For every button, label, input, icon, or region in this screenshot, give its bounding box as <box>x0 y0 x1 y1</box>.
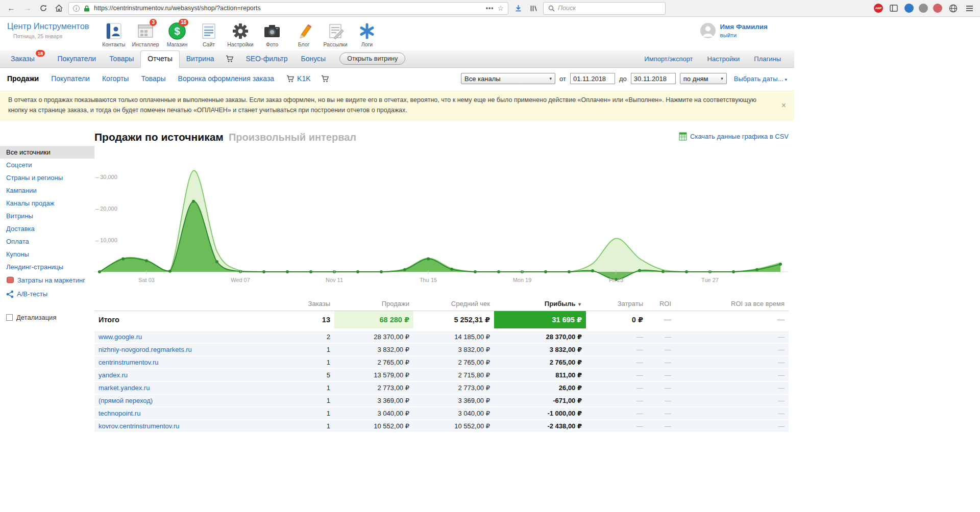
choose-dates-link[interactable]: Выбрать даты...▾ <box>734 75 787 83</box>
download-icon[interactable] <box>512 3 524 14</box>
date-to-input[interactable] <box>631 73 676 84</box>
app-mail[interactable]: Рассылки <box>320 21 351 47</box>
cell-sales: 3 369,00 ₽ <box>334 394 413 407</box>
date-from-input[interactable] <box>570 73 615 84</box>
library-icon[interactable] <box>528 3 539 14</box>
app-launcher: Контакты3Инсталлер$18МагазинСайтНастройк… <box>98 21 383 47</box>
nav-tab-3[interactable]: Отчеты <box>140 50 179 68</box>
app-photo[interactable]: Фото <box>256 21 288 47</box>
menu-icon[interactable] <box>964 3 975 14</box>
cell-roi-total: — <box>675 356 789 369</box>
app-blog[interactable]: Блог <box>288 21 320 47</box>
app-site[interactable]: Сайт <box>193 21 225 47</box>
extension-blue-icon[interactable] <box>904 4 914 13</box>
browser-chrome: ← → i https://centrinstrumentov.ru/webas… <box>0 0 980 17</box>
app-shop[interactable]: $18Магазин <box>161 21 193 47</box>
checkbox-icon[interactable] <box>6 314 13 321</box>
subnav-item-0[interactable]: Продажи <box>7 74 39 83</box>
subnav-item-2[interactable]: Когорты <box>102 74 129 83</box>
sidebar-item[interactable]: Витрины <box>0 210 94 222</box>
nav-tab-0[interactable]: Заказы18 <box>4 50 51 67</box>
sidebar-panel-icon[interactable] <box>888 3 899 14</box>
storefront-link-k1k[interactable]: K1K <box>286 74 310 83</box>
cell-avg-check: 3 832,00 ₽ <box>413 343 494 356</box>
subnav-item-4[interactable]: Воронка оформления заказа <box>178 74 275 83</box>
back-button[interactable]: ← <box>5 2 17 14</box>
col-avg-check[interactable]: Средний чек <box>413 297 494 311</box>
col-profit[interactable]: Прибыль ▼ <box>494 297 586 311</box>
sidebar-item[interactable]: Оплата <box>0 235 94 248</box>
subnav-item-1[interactable]: Покупатели <box>51 74 90 83</box>
app-installer[interactable]: 3Инсталлер <box>130 21 161 47</box>
sidebar-item[interactable]: Каналы продаж <box>0 197 94 210</box>
open-storefront-button[interactable]: Открыть витрину <box>339 53 405 65</box>
nav-link-0[interactable]: Импорт/экспорт <box>644 55 693 63</box>
table-row: yandex.ru 5 13 579,00 ₽ 2 715,80 ₽ 811,0… <box>94 369 789 381</box>
nav-link-2[interactable]: Плагины <box>754 55 781 63</box>
sidebar-item-ab-tests[interactable]: A/B-тесты <box>0 287 94 301</box>
app-settings[interactable]: Настройки <box>225 21 256 47</box>
app-contacts[interactable]: Контакты <box>98 21 130 47</box>
col-roi-total[interactable]: ROI за все время <box>675 297 789 311</box>
nav-link-1[interactable]: Настройки <box>707 55 740 63</box>
col-roi[interactable]: ROI <box>647 297 675 311</box>
home-icon[interactable] <box>53 3 64 14</box>
grouping-select[interactable]: по дням ▾ <box>680 73 727 84</box>
sidebar-item-marketing-costs[interactable]: Затраты на маркетинг <box>0 273 94 287</box>
close-icon[interactable]: × <box>781 99 786 112</box>
page-actions-icon[interactable]: ••• <box>486 5 494 12</box>
col-orders[interactable]: Заказы <box>288 297 334 311</box>
nav-tab-2[interactable]: Товары <box>103 51 140 67</box>
csv-download-link[interactable]: Скачать данные графика в CSV <box>679 132 789 141</box>
sidebar-item[interactable]: Кампании <box>0 184 94 197</box>
nav-tab-1[interactable]: Покупатели <box>51 51 103 67</box>
totals-row: Итого 13 68 280 ₽ 5 252,31 ₽ 31 695 ₽ 0 … <box>94 311 789 329</box>
source-link[interactable]: nizhniy-novgorod.regmarkets.ru <box>99 346 192 353</box>
logout-link[interactable]: выйти <box>720 32 768 38</box>
extension-gray-icon[interactable] <box>919 4 928 13</box>
sidebar-item[interactable]: Все источники <box>0 146 94 159</box>
table-row: nizhniy-novgorod.regmarkets.ru 1 3 832,0… <box>94 343 789 356</box>
app-logs[interactable]: Логи <box>351 21 383 47</box>
blog-app-icon <box>288 21 320 41</box>
forward-button[interactable]: → <box>21 2 34 14</box>
channels-select[interactable]: Все каналы ▾ <box>461 73 555 84</box>
app-header: Центр Инструментов Пятница, 25 января Ко… <box>0 17 794 50</box>
subnav-item-3[interactable]: Товары <box>141 74 165 83</box>
storefront-cart-icon[interactable] <box>220 52 239 67</box>
reload-icon[interactable] <box>38 3 49 14</box>
source-link[interactable]: yandex.ru <box>99 371 128 379</box>
detail-checkbox[interactable]: Детализация <box>6 314 88 321</box>
cart-icon[interactable] <box>321 75 329 83</box>
sidebar-item[interactable]: Лендинг-страницы <box>0 261 94 273</box>
lock-icon <box>83 3 90 14</box>
app-label: Рассылки <box>320 41 351 47</box>
col-costs[interactable]: Затраты <box>586 297 647 311</box>
url-bar[interactable]: i https://centrinstrumentov.ru/webasyst/… <box>68 2 508 15</box>
source-link[interactable]: market.yandex.ru <box>99 384 150 392</box>
browser-search-bar[interactable]: Поиск <box>543 2 666 15</box>
sidebar-item[interactable]: Доставка <box>0 222 94 235</box>
nav-tab-6[interactable]: SEO-фильтр <box>239 51 294 67</box>
globe-icon[interactable] <box>947 3 959 14</box>
source-link[interactable]: www.google.ru <box>99 333 142 341</box>
source-link[interactable]: kovrov.centrinstrumentov.ru <box>99 422 179 430</box>
source-link[interactable]: centrinstrumentov.ru <box>99 359 159 366</box>
user-avatar[interactable] <box>700 23 716 38</box>
extension-profile-icon[interactable] <box>933 4 942 13</box>
brand[interactable]: Центр Инструментов Пятница, 25 января <box>7 21 98 39</box>
sidebar-item[interactable]: Соцсети <box>0 159 94 171</box>
col-sales[interactable]: Продажи <box>334 297 413 311</box>
nav-tab-7[interactable]: Бонусы <box>295 51 333 67</box>
cell-roi: — <box>647 329 675 343</box>
site-info-icon[interactable]: i <box>73 5 80 12</box>
adblock-icon[interactable]: ABP <box>874 4 883 13</box>
source-link[interactable]: (прямой переход) <box>99 397 153 404</box>
bookmark-star-icon[interactable]: ☆ <box>497 4 504 12</box>
cell-orders: 1 <box>288 343 334 356</box>
user-name[interactable]: Имя Фамилия <box>720 23 768 31</box>
sidebar-item[interactable]: Купоны <box>0 248 94 261</box>
nav-tab-4[interactable]: Витрина <box>180 51 221 67</box>
source-link[interactable]: technopoint.ru <box>99 409 140 417</box>
sidebar-item[interactable]: Страны и регионы <box>0 171 94 184</box>
